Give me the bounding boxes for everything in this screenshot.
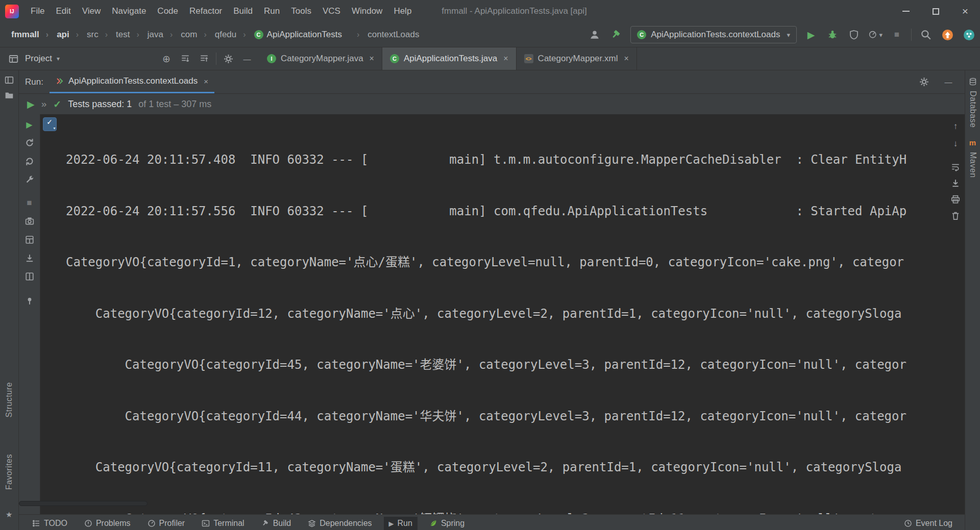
- favorites-tool-button[interactable]: Favorites: [5, 454, 14, 490]
- show-passed-filter-button[interactable]: ✓ ▾: [43, 117, 57, 131]
- locate-file-icon[interactable]: ⊕: [159, 52, 174, 66]
- run-tab[interactable]: ApiApplicationTests.contextLoads ×: [50, 70, 214, 93]
- project-tool-button[interactable]: [5, 75, 14, 85]
- tool-button-event-log[interactable]: Event Log: [899, 517, 958, 530]
- update-available-icon[interactable]: [940, 28, 954, 42]
- close-button[interactable]: ×: [950, 0, 980, 22]
- import-test-results-icon[interactable]: [23, 252, 36, 264]
- project-panel-title[interactable]: Project: [25, 54, 52, 64]
- thread-dump-camera-icon[interactable]: [23, 215, 36, 228]
- profiler-button[interactable]: ▾: [868, 28, 883, 42]
- soft-wrap-icon[interactable]: [951, 162, 960, 171]
- test-status-row: ▶ » ✓ Tests passed: 1 of 1 test – 307 ms: [19, 94, 965, 114]
- maven-tool-button[interactable]: Maven: [968, 152, 977, 178]
- breadcrumb-item-fmmall[interactable]: fmmall: [10, 29, 40, 41]
- run-configuration-select[interactable]: C ApiApplicationTests.contextLoads ▾: [630, 26, 797, 43]
- close-icon[interactable]: ×: [503, 54, 508, 63]
- split-view-icon[interactable]: [23, 270, 36, 283]
- menu-item-vcs[interactable]: VCS: [317, 4, 346, 18]
- tool-button-problems[interactable]: Problems: [79, 517, 136, 530]
- menu-item-navigate[interactable]: Navigate: [106, 4, 152, 18]
- editor-tab-categorymapper-xml[interactable]: <> CategoryMapper.xml ×: [517, 47, 637, 70]
- clear-console-trash-icon[interactable]: [951, 211, 960, 220]
- console-line: CategoryVO{categoryId=11, categoryName='…: [66, 459, 946, 476]
- breadcrumb-item-qfedu[interactable]: qfedu: [198, 29, 237, 41]
- run-again-icon[interactable]: ▶: [27, 98, 35, 110]
- search-everywhere-icon[interactable]: [919, 28, 933, 42]
- panel-and-tabs-row: Project ▾ ⊕ — I CategoryMapper.java ×: [0, 47, 980, 70]
- expand-all-icon[interactable]: [178, 52, 192, 66]
- console-side-toolbar: ↑ ↓: [946, 114, 965, 514]
- run-header-actions: —: [917, 75, 955, 89]
- event-log-clock-icon: [904, 519, 912, 527]
- coverage-button[interactable]: [847, 28, 861, 42]
- tool-button-build[interactable]: Build: [256, 517, 297, 530]
- minimize-button[interactable]: [891, 0, 921, 22]
- tool-button-terminal[interactable]: Terminal: [197, 517, 249, 530]
- tool-button-dependencies[interactable]: Dependencies: [303, 517, 377, 530]
- menu-item-tools[interactable]: Tools: [285, 4, 317, 18]
- star-icon[interactable]: ★: [6, 510, 12, 519]
- breadcrumb-item-src[interactable]: src: [70, 29, 100, 41]
- tool-button-run[interactable]: ▶ Run: [384, 517, 418, 530]
- breadcrumb-item-api[interactable]: api: [40, 29, 70, 41]
- breadcrumb-item-test[interactable]: test: [100, 29, 131, 41]
- build-project-icon[interactable]: [609, 28, 623, 42]
- pin-tab-icon[interactable]: [23, 295, 36, 307]
- folder-icon[interactable]: [5, 91, 14, 100]
- maven-icon[interactable]: m: [969, 138, 976, 147]
- test-settings-wrench-icon[interactable]: [23, 173, 36, 186]
- horizontal-scrollbar-thumb[interactable]: [19, 501, 148, 506]
- menu-item-window[interactable]: Window: [346, 4, 388, 18]
- run-settings-gear-icon[interactable]: [917, 75, 931, 89]
- console-line: 2022-06-24 20:11:57.408 INFO 60332 --- […: [66, 152, 946, 169]
- menu-item-refactor[interactable]: Refactor: [184, 4, 228, 18]
- maximize-button[interactable]: [921, 0, 950, 22]
- run-tool-icon: ▶: [389, 520, 394, 527]
- close-icon[interactable]: ×: [204, 77, 208, 86]
- collaborate-icon[interactable]: [587, 28, 602, 42]
- hide-panel-icon[interactable]: —: [240, 52, 254, 66]
- expand-chevrons-icon[interactable]: »: [41, 98, 47, 110]
- editor-tab-apiapplicationtests-java[interactable]: C ApiApplicationTests.java ×: [382, 47, 517, 70]
- structure-tool-button[interactable]: Structure: [5, 382, 14, 417]
- ide-settings-icon[interactable]: [962, 28, 976, 42]
- hide-tool-window-icon[interactable]: —: [941, 75, 955, 89]
- up-stacktrace-icon[interactable]: ↑: [953, 121, 958, 132]
- breadcrumb-item-java[interactable]: java: [131, 29, 164, 41]
- menu-item-build[interactable]: Build: [228, 4, 258, 18]
- restore-layout-icon[interactable]: [23, 234, 36, 246]
- close-icon[interactable]: ×: [624, 54, 628, 63]
- menu-item-code[interactable]: Code: [152, 4, 184, 18]
- menu-item-run[interactable]: Run: [258, 4, 285, 18]
- navigation-bar: fmmall api src test java com qfedu C Api…: [0, 22, 980, 47]
- collapse-all-icon[interactable]: [197, 52, 211, 66]
- database-tool-button[interactable]: Database: [968, 91, 977, 128]
- menu-bar: File Edit View Navigate Code Refactor Bu…: [25, 4, 417, 18]
- panel-settings-gear-icon[interactable]: [221, 52, 235, 66]
- debug-button[interactable]: [825, 28, 840, 42]
- console-output[interactable]: 2022-06-24 20:11:57.408 INFO 60332 --- […: [59, 114, 946, 514]
- tool-button-profiler[interactable]: Profiler: [142, 517, 190, 530]
- down-stacktrace-icon[interactable]: ↓: [953, 139, 958, 149]
- run-button[interactable]: ▶: [804, 28, 818, 42]
- tool-button-spring[interactable]: Spring: [424, 517, 470, 530]
- toggle-auto-test-button[interactable]: [23, 155, 36, 167]
- breadcrumb-item-method[interactable]: contextLoads: [351, 29, 420, 41]
- check-icon: ✓: [46, 118, 53, 126]
- print-icon[interactable]: [951, 195, 960, 204]
- breadcrumb-item-com[interactable]: com: [164, 29, 198, 41]
- close-icon[interactable]: ×: [370, 54, 374, 63]
- tool-button-todo[interactable]: TODO: [27, 517, 72, 530]
- breadcrumb-item-class[interactable]: C ApiApplicationTests: [237, 29, 343, 41]
- menu-item-help[interactable]: Help: [388, 4, 417, 18]
- rerun-failed-tests-button[interactable]: [23, 137, 36, 149]
- scroll-to-end-icon[interactable]: [951, 179, 960, 188]
- menu-item-file[interactable]: File: [25, 4, 50, 18]
- rerun-tests-button[interactable]: ▶: [23, 118, 36, 131]
- console-area: ▶ ■: [19, 114, 965, 514]
- editor-tab-categorymapper-java[interactable]: I CategoryMapper.java ×: [259, 47, 382, 70]
- menu-item-view[interactable]: View: [77, 4, 107, 18]
- menu-item-edit[interactable]: Edit: [50, 4, 76, 18]
- database-icon[interactable]: [969, 78, 977, 86]
